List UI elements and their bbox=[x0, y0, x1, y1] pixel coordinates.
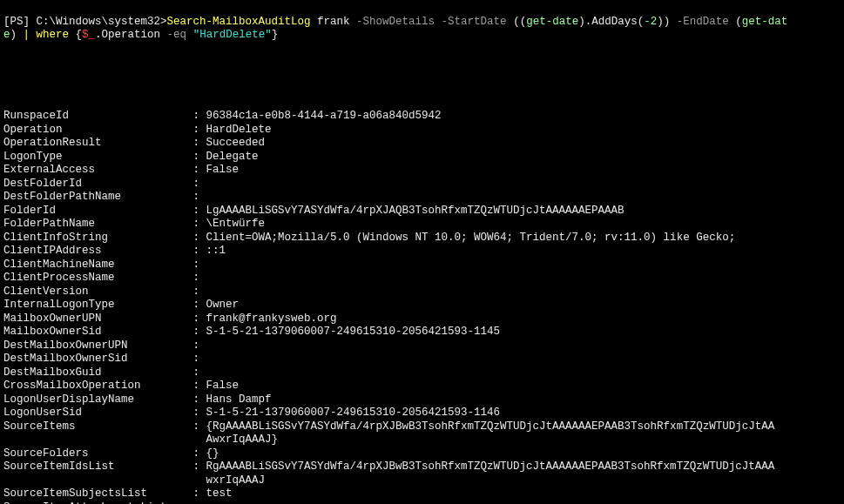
paren-close2: )) bbox=[657, 16, 677, 28]
pipe-operator: | bbox=[24, 29, 37, 41]
dollar-underscore: $_ bbox=[82, 29, 95, 41]
getdate-call: get-date bbox=[526, 16, 578, 28]
getdate-call-2: get-dat bbox=[742, 16, 788, 28]
output-block: RunspaceId : 96384c1a-e0b8-4144-a719-a06… bbox=[3, 110, 841, 504]
eq-operator: -eq bbox=[167, 29, 193, 41]
paren-close: ) bbox=[578, 16, 585, 28]
flag-enddate: -EndDate bbox=[677, 16, 736, 28]
paren-open2: ( bbox=[735, 16, 742, 28]
blank-line bbox=[3, 56, 841, 70]
paren-open: (( bbox=[513, 16, 526, 28]
num-neg2: -2 bbox=[644, 16, 657, 28]
flag-showdetails-startdate: -ShowDetails -StartDate bbox=[356, 16, 513, 28]
brace-close: } bbox=[272, 29, 279, 41]
command-prompt: [PS] C:\Windows\system32>Search-MailboxA… bbox=[3, 16, 841, 43]
cmdlet-name: Search-MailboxAuditLog bbox=[167, 16, 311, 28]
string-harddelete: HardDelete bbox=[199, 29, 265, 41]
prompt-path: C:\Windows\system32> bbox=[37, 16, 167, 28]
brace-open: { bbox=[76, 29, 83, 41]
where-cmdlet: where bbox=[37, 29, 76, 41]
dot-operation: .Operation bbox=[95, 29, 167, 41]
string-close: " bbox=[265, 29, 272, 41]
getdate-wrap: e bbox=[3, 29, 10, 41]
prompt-prefix: [PS] bbox=[3, 16, 37, 28]
paren-close3: ) bbox=[10, 29, 24, 41]
string-open: " bbox=[193, 29, 200, 41]
arg-user: frank bbox=[311, 16, 357, 28]
terminal-window[interactable]: [PS] C:\Windows\system32>Search-MailboxA… bbox=[0, 0, 844, 504]
adddays-open: .AddDays( bbox=[585, 16, 645, 28]
blank-line bbox=[3, 83, 841, 97]
